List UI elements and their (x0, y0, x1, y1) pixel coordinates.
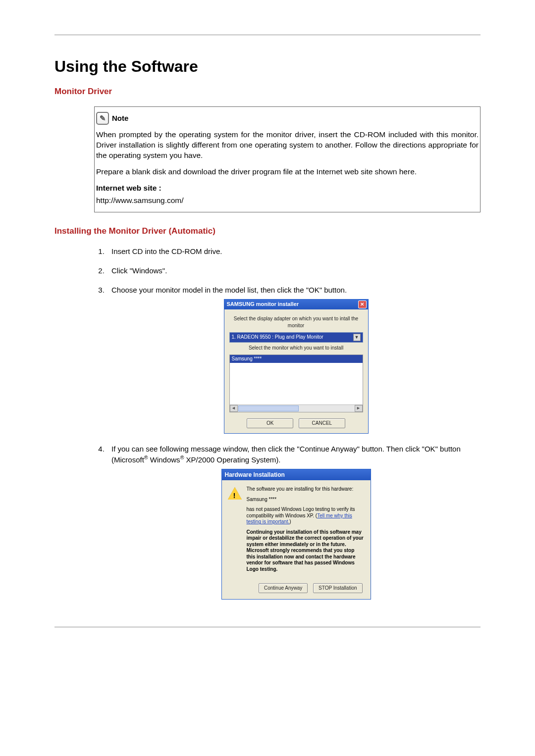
hw-line2b: ) (289, 519, 291, 524)
note-web-label: Internet web site : (96, 184, 161, 192)
note-para1: When prompted by the operating system fo… (96, 130, 479, 161)
note-para2: Prepare a blank disk and download the dr… (96, 167, 479, 177)
step-1: Insert CD into the CD-ROM drive. (107, 246, 481, 256)
hw-bold-warning: Continuing your installation of this sof… (247, 529, 365, 573)
stop-installation-button[interactable]: STOP Installation (313, 583, 362, 593)
section-install-auto: Installing the Monitor Driver (Automatic… (54, 226, 481, 236)
step-3: Choose your monitor model in the model l… (107, 285, 481, 434)
hardware-installation-dialog: Hardware Installation ! The software you… (221, 469, 371, 600)
note-box: ✎ Note When prompted by the operating sy… (94, 106, 481, 212)
continue-anyway-button[interactable]: Continue Anyway (259, 583, 308, 593)
note-url: http://www.samsung.com/ (96, 196, 479, 206)
step-3-text: Choose your monitor model in the model l… (111, 286, 347, 294)
step-2: Click "Windows". (107, 265, 481, 276)
top-rule (54, 35, 481, 35)
adapter-label: Select the display adapter on which you … (229, 315, 363, 329)
cancel-button[interactable]: CANCEL (299, 418, 345, 428)
note-icon: ✎ (96, 112, 109, 125)
hw-title: Hardware Installation (222, 469, 371, 481)
step-4-text-c: XP/2000 Operating System). (184, 455, 280, 464)
reg-mark-1: ® (144, 454, 148, 460)
warning-icon: ! (228, 486, 242, 500)
close-icon[interactable]: ✕ (358, 301, 367, 308)
page-title: Using the Software (54, 57, 481, 76)
adapter-dropdown[interactable]: 1. RADEON 9550 : Plug and Play Monitor ▼ (229, 332, 363, 343)
samsung-installer-dialog: SAMSUNG monitor installer ✕ Select the d… (224, 299, 369, 434)
step-4: If you can see following message window,… (107, 444, 481, 600)
h-scrollbar[interactable]: ◄ ► (230, 404, 363, 412)
chevron-down-icon[interactable]: ▼ (353, 334, 361, 341)
bottom-rule (54, 627, 481, 627)
installer-title: SAMSUNG monitor installer (227, 301, 299, 308)
scroll-right-icon[interactable]: ► (355, 405, 363, 412)
ok-button[interactable]: OK (247, 418, 293, 428)
scroll-left-icon[interactable]: ◄ (230, 405, 238, 412)
note-label: Note (112, 113, 128, 123)
hw-line1: The software you are installing for this… (247, 486, 365, 493)
section-monitor-driver: Monitor Driver (54, 87, 481, 97)
adapter-value: 1. RADEON 9550 : Plug and Play Monitor (232, 334, 323, 341)
steps-list: Insert CD into the CD-ROM drive. Click "… (94, 246, 481, 600)
scroll-thumb[interactable] (238, 405, 299, 411)
monitor-label: Select the monitor which you want to ins… (229, 345, 363, 352)
hw-device: Samsung **** (247, 497, 365, 503)
monitor-selected-item[interactable]: Samsung **** (230, 355, 363, 363)
monitor-listbox[interactable]: Samsung **** ◄ ► (229, 354, 363, 412)
step-4-text-b: Windows (148, 455, 180, 464)
